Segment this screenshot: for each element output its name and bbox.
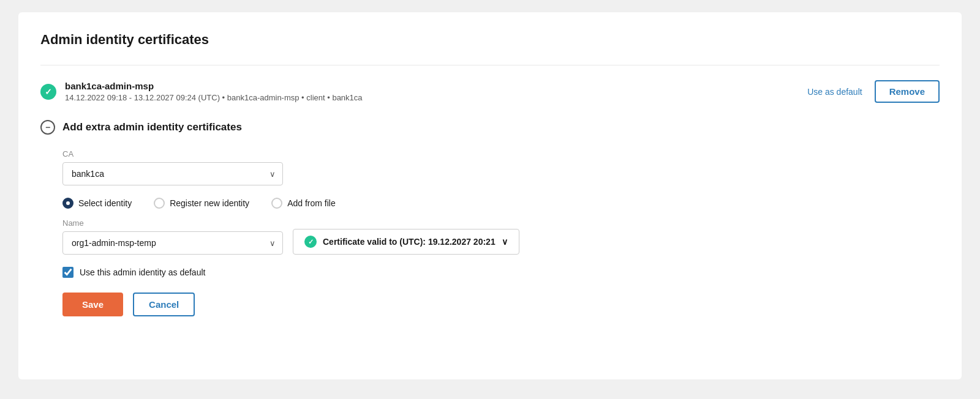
cert-valid-chevron-icon: ∨ bbox=[502, 237, 508, 247]
radio-circle-register bbox=[154, 198, 165, 209]
cert-info: bank1ca-admin-msp 14.12.2022 09:18 - 13.… bbox=[65, 81, 363, 102]
default-checkbox-label: Use this admin identity as default bbox=[80, 267, 205, 277]
radio-label-select: Select identity bbox=[78, 198, 132, 208]
radio-group: Select identity Register new identity Ad… bbox=[62, 198, 940, 209]
radio-circle-file bbox=[271, 198, 282, 209]
name-select[interactable]: org1-admin-msp-temp bbox=[62, 231, 283, 255]
button-row: Save Cancel bbox=[62, 293, 940, 316]
cert-valid-check-icon bbox=[304, 236, 317, 248]
use-as-default-button[interactable]: Use as default bbox=[807, 87, 862, 97]
radio-select-identity[interactable]: Select identity bbox=[62, 198, 132, 209]
ca-select[interactable]: bank1ca bbox=[62, 162, 283, 185]
cert-left: bank1ca-admin-msp 14.12.2022 09:18 - 13.… bbox=[40, 81, 363, 102]
cert-meta: 14.12.2022 09:18 - 13.12.2027 09:24 (UTC… bbox=[65, 93, 363, 102]
default-checkbox-row: Use this admin identity as default bbox=[62, 267, 940, 278]
ca-label: CA bbox=[62, 149, 940, 158]
existing-cert-row: bank1ca-admin-msp 14.12.2022 09:18 - 13.… bbox=[40, 80, 940, 103]
cert-check-icon bbox=[40, 84, 56, 100]
cert-actions: Use as default Remove bbox=[807, 80, 940, 103]
save-button[interactable]: Save bbox=[62, 293, 123, 316]
main-card: Admin identity certificates bank1ca-admi… bbox=[18, 12, 962, 379]
cert-valid-button[interactable]: Certificate valid to (UTC): 19.12.2027 2… bbox=[293, 229, 519, 255]
name-field: Name org1-admin-msp-temp ∨ bbox=[62, 218, 283, 255]
radio-label-file: Add from file bbox=[287, 198, 336, 208]
cert-valid-text: Certificate valid to (UTC): 19.12.2027 2… bbox=[323, 237, 496, 247]
default-checkbox[interactable] bbox=[62, 267, 74, 278]
add-section-title: Add extra admin identity certificates bbox=[62, 121, 242, 133]
page-title: Admin identity certificates bbox=[40, 32, 940, 48]
add-form: CA bank1ca ∨ Select identity Register ne… bbox=[40, 149, 940, 316]
radio-label-register: Register new identity bbox=[170, 198, 249, 208]
radio-add-from-file[interactable]: Add from file bbox=[271, 198, 336, 209]
name-label: Name bbox=[62, 218, 283, 228]
radio-circle-select bbox=[62, 198, 74, 209]
cert-name: bank1ca-admin-msp bbox=[65, 81, 363, 91]
name-select-wrapper: org1-admin-msp-temp ∨ bbox=[62, 231, 283, 255]
add-section-header: − Add extra admin identity certificates bbox=[40, 120, 940, 135]
name-row: Name org1-admin-msp-temp ∨ Certificate v… bbox=[62, 218, 940, 255]
collapse-icon[interactable]: − bbox=[40, 120, 55, 135]
cancel-button[interactable]: Cancel bbox=[133, 293, 195, 316]
radio-register-new[interactable]: Register new identity bbox=[154, 198, 249, 209]
ca-select-wrapper: bank1ca ∨ bbox=[62, 162, 283, 185]
remove-button[interactable]: Remove bbox=[875, 80, 940, 103]
